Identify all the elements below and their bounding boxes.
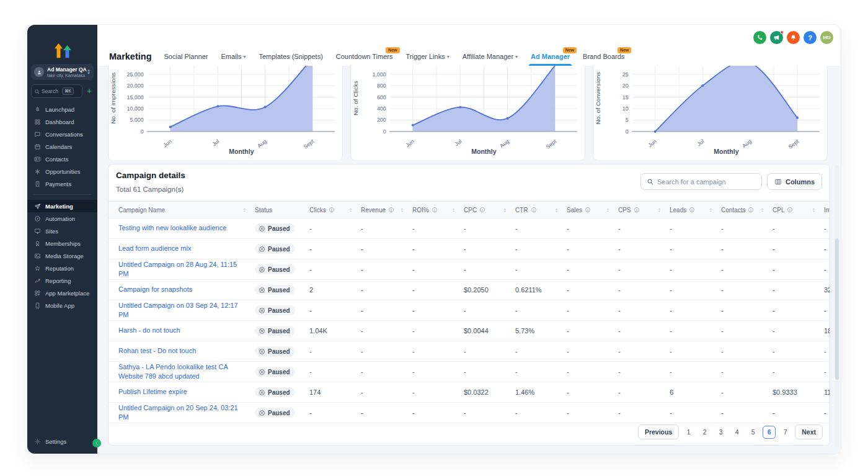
campaign-search-input[interactable]	[657, 178, 756, 186]
column-header-clicks[interactable]: Clicks	[309, 207, 361, 213]
quick-add-icon[interactable]	[85, 87, 94, 96]
campaign-link[interactable]: Untitled Campaign on 20 Sep 24, 03:21 PM	[118, 404, 238, 421]
column-header-sales[interactable]: Sales	[567, 207, 618, 213]
page-scrollbar[interactable]	[835, 165, 839, 447]
sidebar-item-label: Launchpad	[45, 106, 74, 113]
campaign-search-box[interactable]	[640, 173, 762, 190]
info-icon	[329, 207, 335, 213]
column-header-roi[interactable]: ROI%	[412, 207, 464, 213]
campaign-link[interactable]: Campaign for snapshots	[118, 285, 192, 293]
sidebar-item-marketing[interactable]: Marketing	[27, 200, 97, 212]
svg-text:400: 400	[377, 106, 386, 112]
columns-button[interactable]: Columns	[767, 173, 822, 190]
sidebar-item-contacts[interactable]: Contacts	[27, 153, 97, 165]
automation-icon	[34, 215, 41, 222]
campaign-link[interactable]: Testing with new lookalike audience	[118, 224, 226, 231]
column-header-impressions[interactable]: Impressions	[824, 207, 830, 213]
campaign-link[interactable]: Sathya - LA Pendo lookalike test CA Webs…	[118, 363, 228, 380]
table-cell: -	[721, 368, 773, 375]
panel-header: Campaign details Total 61 Campaign(s) Co…	[108, 164, 830, 193]
sidebar-item-label: Media Storage	[45, 253, 84, 259]
column-header-cpl[interactable]: CPL	[773, 207, 824, 213]
sidebar-item-mobile-app[interactable]: Mobile App	[27, 299, 97, 312]
sidebar-item-sites[interactable]: Sites	[27, 225, 97, 237]
tab-affiliate-manager[interactable]: Affiliate Manager▾	[463, 53, 518, 66]
table-cell: -	[361, 266, 412, 273]
opportunities-icon	[34, 168, 41, 175]
sidebar-item-launchpad[interactable]: Launchpad	[27, 103, 97, 115]
info-icon	[634, 207, 640, 213]
table-header-row: Campaign NameStatusClicksRevenueROI%CPCC…	[108, 202, 830, 218]
page-3[interactable]: 3	[714, 426, 727, 439]
column-header-cps[interactable]: CPS	[618, 207, 670, 213]
column-header-status[interactable]: Status	[255, 207, 309, 213]
page-7[interactable]: 7	[779, 426, 792, 439]
svg-text:Sept: Sept	[303, 138, 316, 150]
user-avatar[interactable]: MD	[820, 31, 833, 44]
sidebar-item-dashboard[interactable]: Dashboard	[27, 115, 97, 128]
sidebar-search-field[interactable]	[42, 88, 60, 94]
sidebar-item-media-storage[interactable]: Media Storage	[27, 249, 97, 262]
reporting-icon	[34, 277, 41, 284]
svg-text:No. of Clicks: No. of Clicks	[352, 81, 359, 115]
svg-text:15: 15	[622, 94, 629, 101]
column-header-campaign-name[interactable]: Campaign Name	[108, 207, 255, 213]
tab-ad-manager[interactable]: Ad ManagerNew	[531, 53, 570, 66]
contacts-icon	[34, 156, 41, 163]
sidebar-item-reporting[interactable]: Reporting	[27, 274, 97, 287]
table-cell: -	[464, 266, 515, 273]
column-header-revenue[interactable]: Revenue	[361, 207, 412, 213]
sidebar-item-settings[interactable]: Settings	[27, 435, 97, 447]
column-header-leads[interactable]: Leads	[670, 207, 721, 213]
account-chevrons-icon: ▲▼	[87, 69, 91, 75]
phone-icon[interactable]	[753, 31, 766, 44]
columns-icon	[774, 178, 782, 186]
svg-text:25,000: 25,000	[126, 71, 143, 78]
table-cell: -	[361, 307, 412, 314]
column-header-ctr[interactable]: CTR	[515, 207, 567, 213]
tab-social-planner[interactable]: Social Planner	[164, 53, 208, 66]
table-cell: 1.46%	[515, 388, 567, 396]
campaign-link[interactable]: Untitled Campaign on 28 Aug 24, 11:15 PM	[118, 261, 237, 277]
search-icon	[647, 178, 653, 185]
campaign-link[interactable]: Publish Lifetime expire	[118, 388, 187, 395]
page-6[interactable]: 6	[763, 426, 776, 439]
column-header-contacts[interactable]: Contacts	[721, 207, 773, 213]
next-button[interactable]: Next	[795, 424, 823, 439]
sidebar-item-calendars[interactable]: Calendars	[27, 140, 97, 153]
tab-brand-boards[interactable]: Brand BoardsNew	[583, 53, 624, 66]
megaphone-icon[interactable]	[770, 31, 783, 44]
sidebar-item-memberships[interactable]: Memberships	[27, 237, 97, 249]
sidebar-item-label: Mobile App	[45, 302, 74, 309]
previous-button[interactable]: Previous	[638, 424, 679, 439]
campaign-link[interactable]: Untitled Campaign on 03 Sep 24, 12:17 PM	[118, 302, 238, 318]
page-4[interactable]: 4	[730, 426, 743, 439]
tab-emails[interactable]: Emails▾	[221, 53, 246, 66]
scrollbar-thumb[interactable]	[835, 238, 839, 380]
table-cell: -	[361, 348, 412, 355]
campaign-link[interactable]: Rohan test - Do not touch	[118, 347, 196, 354]
tab-trigger-links[interactable]: Trigger Links▾	[406, 53, 450, 66]
sidebar-item-opportunities[interactable]: Opportunities	[27, 165, 97, 177]
help-icon[interactable]: ?	[804, 31, 817, 44]
sidebar-collapse-button[interactable]	[92, 439, 101, 447]
campaign-link[interactable]: Harsh - do not touch	[118, 326, 180, 334]
sidebar-item-conversations[interactable]: Conversations	[27, 128, 97, 140]
account-switcher[interactable]: Ad Manager QA fake city, Karnataka ▲▼	[31, 64, 94, 80]
page-5[interactable]: 5	[746, 426, 760, 439]
sidebar-item-reputation[interactable]: Reputation	[27, 262, 97, 274]
column-header-cpc[interactable]: CPC	[464, 207, 515, 213]
notification-dot	[780, 30, 784, 34]
page-1[interactable]: 1	[682, 426, 695, 439]
payments-icon	[34, 181, 41, 187]
tab-templates-snippets[interactable]: Templates (Snippets)	[259, 53, 322, 66]
pause-icon	[259, 328, 265, 335]
campaign-link[interactable]: Lead form audience mix	[118, 245, 191, 252]
sidebar-item-app-marketplace[interactable]: App Marketplace	[27, 287, 97, 299]
sidebar-item-automation[interactable]: Automation	[27, 212, 97, 225]
sidebar-search-input[interactable]: ⌘K	[31, 84, 82, 98]
bell-icon[interactable]	[787, 31, 800, 44]
sidebar-item-payments[interactable]: Payments	[27, 177, 97, 190]
tab-countdown-timers[interactable]: Countdown TimersNew	[336, 53, 393, 66]
page-2[interactable]: 2	[698, 426, 711, 439]
